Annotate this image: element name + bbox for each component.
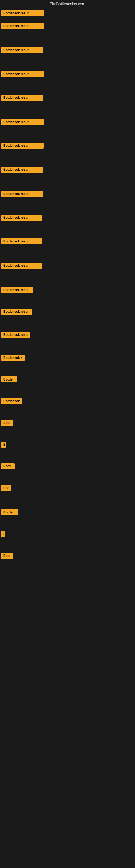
bottleneck-bar-8[interactable]: Bottleneck result: [1, 166, 43, 173]
bottleneck-bar-15[interactable]: Bottleneck resu: [1, 332, 30, 338]
bottleneck-row-25: Bott: [1, 553, 13, 560]
bottleneck-bar-3[interactable]: Bottleneck result: [1, 47, 43, 53]
bottleneck-bar-5[interactable]: Bottleneck result: [1, 95, 43, 101]
bottleneck-bar-11[interactable]: Bottleneck result: [1, 239, 42, 244]
bottleneck-bar-17[interactable]: Bottler: [1, 376, 17, 382]
bottleneck-row-7: Bottleneck result: [1, 143, 44, 150]
bottleneck-row-19: Bott: [1, 420, 13, 427]
bottleneck-row-20: B: [1, 442, 6, 448]
bottleneck-bar-6[interactable]: Bottleneck result: [1, 119, 44, 125]
bottleneck-row-24: I: [1, 531, 5, 538]
bottleneck-row-8: Bottleneck result: [1, 166, 43, 174]
bottleneck-row-22: Bot: [1, 485, 11, 492]
bottleneck-bar-2[interactable]: Bottleneck result: [1, 23, 44, 29]
bottleneck-bar-14[interactable]: Bottleneck resu: [1, 309, 32, 315]
bottleneck-bar-25[interactable]: Bott: [1, 553, 13, 559]
bottleneck-row-17: Bottler: [1, 376, 17, 383]
bottleneck-row-2: Bottleneck result: [1, 23, 44, 30]
bottleneck-bar-1[interactable]: Bottleneck result: [1, 10, 44, 16]
bottleneck-row-5: Bottleneck result: [1, 95, 43, 102]
bottleneck-bar-23[interactable]: Bottlen: [1, 509, 18, 516]
bottleneck-row-18: Bottleneck: [1, 398, 22, 405]
bottleneck-bar-13[interactable]: Bottleneck resu: [1, 287, 34, 293]
bottleneck-row-15: Bottleneck resu: [1, 332, 30, 339]
bottleneck-bar-4[interactable]: Bottleneck result: [1, 71, 44, 77]
bottleneck-row-10: Bottleneck result: [1, 215, 42, 222]
bottleneck-bar-21[interactable]: Bottl: [1, 463, 14, 469]
bottleneck-row-3: Bottleneck result: [1, 47, 43, 54]
bottleneck-bar-16[interactable]: Bottleneck r: [1, 355, 25, 361]
bottleneck-row-11: Bottleneck result: [1, 239, 42, 246]
bottleneck-row-1: Bottleneck result: [1, 10, 44, 18]
bottleneck-row-23: Bottlen: [1, 509, 18, 517]
bottleneck-bar-18[interactable]: Bottleneck: [1, 398, 22, 404]
bottleneck-bar-19[interactable]: Bott: [1, 420, 13, 426]
bottleneck-row-9: Bottleneck result: [1, 191, 43, 198]
bottleneck-row-6: Bottleneck result: [1, 119, 44, 126]
bottleneck-row-21: Bottl: [1, 463, 14, 470]
bottleneck-bar-9[interactable]: Bottleneck result: [1, 191, 43, 197]
bottleneck-row-13: Bottleneck resu: [1, 287, 34, 294]
bottleneck-bar-10[interactable]: Bottleneck result: [1, 215, 42, 220]
bottleneck-bar-22[interactable]: Bot: [1, 485, 11, 491]
bottleneck-bar-12[interactable]: Bottleneck result: [1, 262, 42, 269]
site-title: TheBottlenecker.com: [0, 0, 135, 8]
bottleneck-bar-20[interactable]: B: [1, 442, 6, 447]
bottleneck-row-14: Bottleneck resu: [1, 309, 32, 316]
bottleneck-row-16: Bottleneck r: [1, 355, 25, 362]
bottleneck-bar-24[interactable]: I: [1, 531, 5, 537]
bottleneck-row-4: Bottleneck result: [1, 71, 44, 78]
bottleneck-row-12: Bottleneck result: [1, 262, 42, 270]
bottleneck-bar-7[interactable]: Bottleneck result: [1, 143, 44, 149]
